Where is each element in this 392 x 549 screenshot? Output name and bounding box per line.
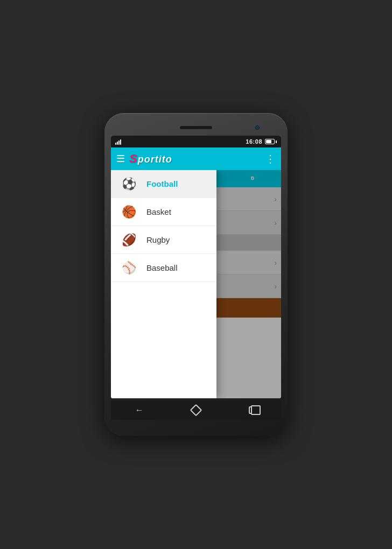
logo-text: Sportito xyxy=(129,152,172,166)
back-icon: ← xyxy=(135,405,144,415)
status-bar: 16:08 xyxy=(111,136,281,147)
content-area: TODAY TOMORROW B › › xyxy=(111,170,281,398)
battery-body xyxy=(265,139,275,144)
recents-icon xyxy=(249,406,256,414)
hamburger-icon[interactable]: ☰ xyxy=(116,153,125,165)
back-button[interactable]: ← xyxy=(129,403,150,418)
drawer-label-rugby: Rugby xyxy=(146,235,170,244)
football-icon: ⚽ xyxy=(120,175,138,193)
signal-bar-3 xyxy=(118,140,120,145)
battery-fill xyxy=(266,140,271,143)
signal-bar-1 xyxy=(115,143,116,145)
rugby-icon: 🏈 xyxy=(120,231,138,249)
phone-nav-bar: ← xyxy=(111,400,281,420)
logo-s: S xyxy=(129,152,138,165)
battery-icon xyxy=(265,139,277,144)
home-icon xyxy=(190,404,202,417)
drawer-item-basket[interactable]: 🏀 Basket xyxy=(111,198,216,226)
phone-speaker xyxy=(180,126,212,129)
app-bar: ☰ Sportito ⋮ xyxy=(111,147,281,170)
signal-bar-4 xyxy=(120,139,121,145)
drawer-label-basket: Basket xyxy=(146,207,171,216)
drawer-label-baseball: Baseball xyxy=(146,263,178,272)
drawer-item-football[interactable]: ⚽ Football xyxy=(111,170,216,198)
signal-bar-2 xyxy=(117,142,118,145)
signal-icon xyxy=(115,138,121,145)
home-button[interactable] xyxy=(185,403,207,418)
phone-camera xyxy=(255,125,260,130)
baseball-icon: ⚾ xyxy=(120,259,138,277)
battery-tip xyxy=(276,140,277,143)
phone-top-bar xyxy=(111,122,281,133)
app-logo: Sportito xyxy=(129,152,265,166)
drawer-item-rugby[interactable]: 🏈 Rugby xyxy=(111,226,216,254)
phone-device: 16:08 ☰ Sportito ⋮ xyxy=(104,113,288,436)
drawer-scrim[interactable] xyxy=(216,170,281,398)
more-options-icon[interactable]: ⋮ xyxy=(265,152,276,165)
drawer-item-baseball[interactable]: ⚾ Baseball xyxy=(111,254,216,282)
recents-button[interactable] xyxy=(242,403,263,418)
phone-bottom xyxy=(111,420,281,430)
status-bar-left xyxy=(115,138,246,145)
phone-screen: 16:08 ☰ Sportito ⋮ xyxy=(111,136,281,398)
drawer-label-football: Football xyxy=(146,179,178,188)
basket-icon: 🏀 xyxy=(120,203,138,221)
navigation-drawer: ⚽ Football 🏀 Basket 🏈 Rugby ⚾ Baseball xyxy=(111,170,216,398)
status-time: 16:08 xyxy=(246,138,262,145)
